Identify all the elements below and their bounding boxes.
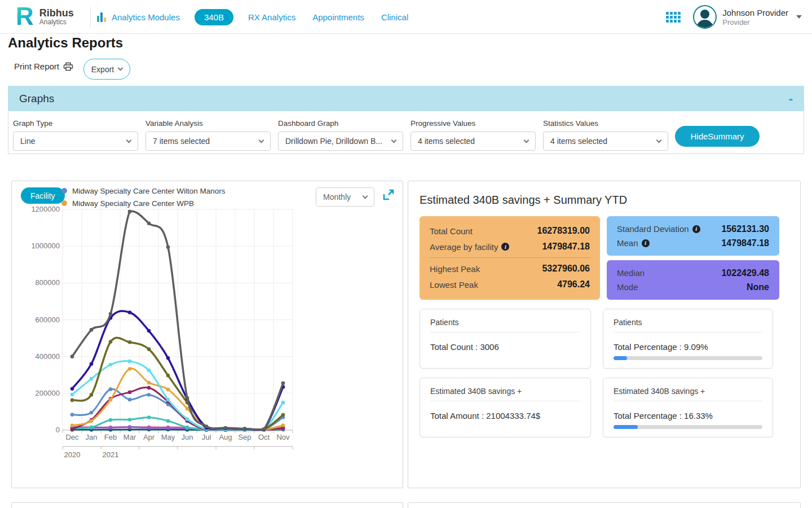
svg-text:Aug: Aug — [219, 433, 232, 441]
svg-text:Jul: Jul — [202, 433, 211, 441]
stat-row: Median 1022429.48 — [617, 266, 769, 280]
summary-panel: Estimated 340B savings + Summary YTD Tot… — [408, 181, 801, 488]
chevron-down-icon — [656, 137, 662, 143]
statistics-stat-card: Standard Deviationi 1562131.30 Meani 147… — [607, 216, 779, 256]
variable-analysis-select[interactable]: 7 items selected — [145, 132, 271, 151]
brand-name: Ribhus — [39, 7, 74, 19]
progressive-values-select[interactable]: 4 items selected — [411, 132, 536, 151]
user-role: Provider — [722, 18, 788, 27]
svg-text:May: May — [161, 433, 175, 441]
stat-row: Total Count 16278319.00 — [430, 223, 590, 239]
statistics-values-select[interactable]: 4 items selected — [543, 132, 668, 151]
expand-chart-icon[interactable] — [382, 189, 395, 201]
progress-bar — [614, 425, 762, 429]
facility-button[interactable]: Facility — [21, 187, 65, 204]
svg-text:Dec: Dec — [65, 433, 79, 441]
nav-analytics-modules[interactable]: Analytics Modules — [112, 12, 180, 22]
metric-value: Total Count : 3006 — [430, 342, 580, 352]
svg-text:400000: 400000 — [36, 352, 60, 361]
stat-row: Standard Deviationi 1562131.30 — [617, 222, 769, 236]
svg-text:Sep: Sep — [238, 433, 251, 441]
stat-value: 16278319.00 — [537, 226, 590, 236]
stat-value: 5327960.06 — [542, 264, 590, 274]
next-panel-stub-left — [11, 502, 403, 508]
metric-title: Estimated 340B savings + — [430, 387, 580, 401]
legend-label: Midway Specialty Care Center Wilton Mano… — [72, 187, 226, 195]
info-icon[interactable]: i — [642, 239, 650, 247]
info-icon[interactable]: i — [692, 225, 700, 233]
svg-text:800000: 800000 — [36, 278, 60, 287]
stat-label: Average by facilityi — [430, 242, 509, 252]
metric-card-patients-percentage: Patients Total Percentage : 9.09% — [603, 309, 773, 369]
filter-label: Statistics Values — [543, 119, 668, 128]
apps-grid-icon[interactable] — [666, 12, 681, 23]
nav-clinical[interactable]: Clinical — [381, 12, 408, 22]
graph-type-select[interactable]: Line — [13, 132, 138, 151]
collapse-icon[interactable]: - — [789, 93, 793, 104]
chevron-down-icon[interactable] — [796, 15, 802, 19]
chevron-down-icon — [524, 137, 529, 143]
main-nav: Analytics Modules 340B RX Analytics Appo… — [97, 0, 408, 34]
stat-label: Standard Deviationi — [617, 224, 700, 234]
page-title: Analytics Reports — [8, 35, 123, 51]
line-chart[interactable]: 020000040000060000080000010000001200000D… — [12, 207, 404, 466]
divider — [430, 257, 590, 258]
nav-rx-analytics[interactable]: RX Analytics — [248, 12, 295, 22]
svg-text:Feb: Feb — [104, 433, 117, 441]
metric-value: Total Percentage : 16.33% — [614, 411, 762, 421]
metric-card-savings-percentage: Estimated 340B savings + Total Percentag… — [603, 378, 773, 437]
stat-row: Mode None — [617, 280, 769, 294]
filter-dashboard-graph: Dashboard Graph Drilldown Pie, Drilldown… — [278, 119, 403, 151]
stat-value: 4796.24 — [557, 279, 590, 290]
svg-text:Oct: Oct — [258, 433, 270, 441]
nav-divider — [90, 7, 91, 27]
stat-value: 1479847.18 — [542, 242, 590, 252]
user-menu[interactable]: Johnson Provider Provider — [722, 8, 788, 27]
period-select-wrap: Monthly — [316, 187, 374, 207]
svg-text:2020: 2020 — [64, 450, 81, 459]
hide-summary-button[interactable]: HideSummary — [675, 126, 760, 147]
svg-text:Mar: Mar — [123, 433, 136, 441]
nav-340b[interactable]: 340B — [195, 9, 233, 25]
avatar[interactable] — [693, 5, 717, 29]
export-label: Export — [91, 65, 114, 74]
brand-logo[interactable]: R Ribhus Analytics — [16, 4, 74, 29]
progressive-values-value: 4 items selected — [418, 137, 475, 146]
printer-icon — [63, 62, 73, 71]
svg-text:1200000: 1200000 — [31, 207, 60, 213]
svg-text:1000000: 1000000 — [31, 242, 60, 250]
stat-value: 1562131.30 — [721, 224, 769, 234]
filter-label: Variable Analysis — [145, 119, 271, 128]
print-report-button[interactable]: Print Report — [14, 62, 73, 71]
filter-graph-type: Graph Type Line — [13, 119, 138, 151]
period-select[interactable]: Monthly — [316, 187, 374, 207]
svg-text:Apr: Apr — [143, 433, 155, 441]
metric-card-savings-amount: Estimated 340B savings + Total Amount : … — [420, 378, 591, 437]
metric-title: Patients — [614, 318, 762, 332]
stat-label: Mode — [617, 282, 638, 292]
dashboard-graph-select[interactable]: Drilldown Pie, Drilldown B... — [278, 132, 403, 151]
graphs-section-header[interactable]: Graphs - — [8, 86, 804, 111]
stat-label: Highest Peak — [430, 264, 480, 274]
stat-label: Lowest Peak — [430, 280, 478, 290]
metric-card-patients-count: Patients Total Count : 3006 — [420, 309, 591, 369]
export-button[interactable]: Export — [83, 59, 130, 80]
stat-label: Median — [617, 268, 645, 278]
filter-statistics-values: Statistics Values 4 items selected — [543, 119, 668, 151]
svg-text:600000: 600000 — [36, 316, 60, 324]
brand-logo-icon: R — [16, 4, 34, 29]
chevron-down-icon — [259, 137, 264, 143]
metric-title: Estimated 340B savings + — [614, 387, 762, 401]
chevron-down-icon — [391, 137, 397, 143]
filter-label: Progressive Values — [411, 119, 536, 128]
svg-text:0: 0 — [56, 426, 60, 434]
info-icon[interactable]: i — [501, 243, 509, 251]
bar-chart-icon — [97, 12, 107, 22]
stat-row: Highest Peak 5327960.06 — [430, 261, 590, 277]
svg-text:Nov: Nov — [276, 433, 290, 441]
metric-value: Total Amount : 21004333.74$ — [430, 411, 580, 421]
stat-row: Lowest Peak 4796.24 — [430, 277, 590, 292]
legend-item[interactable]: Midway Specialty Care Center Wilton Mano… — [61, 185, 226, 197]
variable-analysis-value: 7 items selected — [153, 137, 210, 146]
nav-appointments[interactable]: Appointments — [312, 12, 364, 22]
